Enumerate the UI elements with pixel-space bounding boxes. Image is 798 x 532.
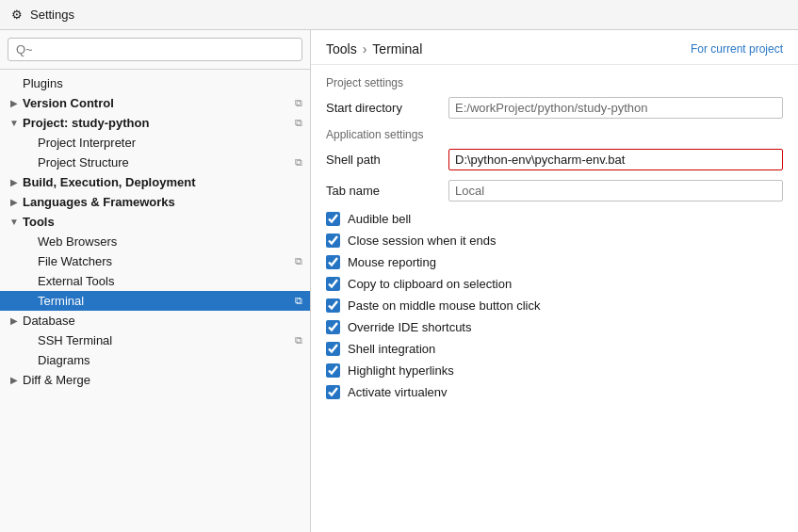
project-section: Project settings Start directory: [326, 76, 783, 119]
copy-icon: ⧉: [295, 117, 302, 129]
tree-arrow-icon: ▶: [8, 196, 21, 209]
checkbox-activate-virtualenv[interactable]: [326, 385, 340, 399]
checkbox-highlight-hyperlinks[interactable]: [326, 363, 340, 378]
for-current-project-link[interactable]: For current project: [691, 42, 783, 56]
sidebar-item-label-version-control: Version Control: [23, 96, 291, 110]
tree-arrow-icon: ▶: [8, 176, 21, 189]
breadcrumb-parent: Tools: [326, 41, 357, 56]
tree-arrow-spacer: [23, 295, 36, 308]
start-directory-row: Start directory: [326, 97, 783, 119]
title-bar: ⚙ Settings: [0, 0, 798, 30]
checkbox-shell-integration[interactable]: [326, 342, 340, 356]
sidebar-item-label-external-tools: External Tools: [38, 274, 302, 288]
sidebar-item-label-build-exec-deploy: Build, Execution, Deployment: [23, 175, 302, 189]
tree-arrow-icon: ▶: [8, 374, 21, 387]
tree-arrow-icon: ▼: [8, 117, 21, 130]
sidebar-tree: Plugins▶Version Control⧉▼Project: study-…: [0, 70, 310, 532]
sidebar-item-build-exec-deploy[interactable]: ▶Build, Execution, Deployment: [0, 172, 310, 192]
checkbox-close-session[interactable]: [326, 234, 340, 248]
shell-path-label: Shell path: [326, 153, 448, 167]
tree-arrow-spacer: [23, 354, 36, 367]
sidebar-item-label-plugins: Plugins: [23, 76, 302, 90]
sidebar-item-label-diagrams: Diagrams: [38, 353, 302, 367]
checkbox-mouse-reporting[interactable]: [326, 255, 340, 269]
sidebar-item-database[interactable]: ▶Database: [0, 311, 310, 330]
search-input[interactable]: [8, 38, 302, 61]
copy-icon: ⧉: [295, 295, 302, 307]
content-panel: Tools › Terminal For current project Pro…: [311, 30, 798, 532]
checkbox-paste-middle[interactable]: [326, 298, 340, 313]
content-header: Tools › Terminal For current project: [311, 30, 798, 65]
window-title: Settings: [30, 8, 74, 22]
checkbox-copy-clipboard[interactable]: [326, 277, 340, 291]
checkbox-label-close-session: Close session when it ends: [348, 234, 497, 248]
sidebar-item-diagrams[interactable]: Diagrams: [0, 350, 310, 370]
sidebar-item-label-project-structure: Project Structure: [38, 155, 291, 169]
checkbox-audible-bell[interactable]: [326, 212, 340, 226]
sidebar-item-version-control[interactable]: ▶Version Control⧉: [0, 93, 310, 113]
checkbox-row-copy-clipboard: Copy to clipboard on selection: [326, 276, 783, 292]
sidebar-item-ssh-terminal[interactable]: SSH Terminal⧉: [0, 330, 310, 350]
checkbox-label-override-ide: Override IDE shortcuts: [348, 320, 472, 334]
copy-icon: ⧉: [295, 156, 302, 169]
sidebar-item-project-study-python[interactable]: ▼Project: study-python⧉: [0, 113, 310, 133]
sidebar-item-label-file-watchers: File Watchers: [38, 254, 291, 268]
breadcrumb-separator: ›: [363, 41, 367, 56]
sidebar-item-tools[interactable]: ▼Tools: [0, 212, 310, 232]
main-layout: Plugins▶Version Control⧉▼Project: study-…: [0, 30, 798, 532]
tree-arrow-spacer: [23, 137, 36, 150]
tree-arrow-spacer: [23, 334, 36, 347]
sidebar-item-label-languages-frameworks: Languages & Frameworks: [23, 195, 302, 209]
tree-arrow-spacer: [8, 77, 21, 90]
sidebar-item-label-project-study-python: Project: study-python: [23, 116, 291, 130]
sidebar-item-label-ssh-terminal: SSH Terminal: [38, 333, 291, 347]
sidebar-item-diff-merge[interactable]: ▶Diff & Merge: [0, 370, 310, 390]
checkboxes-container: Audible bellClose session when it endsMo…: [326, 211, 783, 400]
sidebar-item-languages-frameworks[interactable]: ▶Languages & Frameworks: [0, 192, 310, 212]
breadcrumb: Tools › Terminal: [326, 41, 422, 56]
start-directory-input[interactable]: [448, 97, 783, 119]
sidebar-item-project-interpreter[interactable]: Project Interpreter: [0, 133, 310, 153]
copy-icon: ⧉: [295, 334, 302, 347]
checkbox-row-mouse-reporting: Mouse reporting: [326, 254, 783, 270]
tree-arrow-icon: ▶: [8, 97, 21, 110]
checkbox-row-activate-virtualenv: Activate virtualenv: [326, 384, 783, 400]
checkbox-row-paste-middle: Paste on middle mouse button click: [326, 298, 783, 314]
checkbox-row-audible-bell: Audible bell: [326, 211, 783, 227]
sidebar-item-label-web-browsers: Web Browsers: [38, 234, 302, 249]
tree-arrow-icon: ▶: [8, 314, 21, 328]
checkbox-label-mouse-reporting: Mouse reporting: [348, 255, 436, 269]
sidebar-item-web-browsers[interactable]: Web Browsers: [0, 232, 310, 251]
app-section: Application settings Shell path Tab name…: [326, 128, 783, 400]
tree-arrow-spacer: [23, 235, 36, 249]
checkbox-label-audible-bell: Audible bell: [348, 212, 411, 226]
checkbox-row-shell-integration: Shell integration: [326, 341, 783, 357]
checkbox-override-ide[interactable]: [326, 320, 340, 334]
tree-arrow-icon: ▼: [8, 216, 21, 229]
sidebar-item-terminal[interactable]: Terminal⧉: [0, 291, 310, 311]
app-section-label: Application settings: [326, 128, 783, 141]
checkbox-label-paste-middle: Paste on middle mouse button click: [348, 298, 541, 313]
sidebar-item-file-watchers[interactable]: File Watchers⧉: [0, 251, 310, 271]
copy-icon: ⧉: [295, 97, 302, 109]
sidebar-item-plugins[interactable]: Plugins: [0, 73, 310, 93]
sidebar-item-label-terminal: Terminal: [38, 294, 291, 308]
checkbox-label-activate-virtualenv: Activate virtualenv: [348, 385, 448, 399]
sidebar: Plugins▶Version Control⧉▼Project: study-…: [0, 30, 311, 532]
sidebar-item-project-structure[interactable]: Project Structure⧉: [0, 153, 310, 172]
start-directory-label: Start directory: [326, 101, 448, 115]
tree-arrow-spacer: [23, 255, 36, 268]
content-body: Project settings Start directory Applica…: [311, 65, 798, 532]
checkbox-label-shell-integration: Shell integration: [348, 342, 435, 356]
checkbox-row-override-ide: Override IDE shortcuts: [326, 319, 783, 335]
tree-arrow-spacer: [23, 275, 36, 288]
sidebar-item-label-project-interpreter: Project Interpreter: [38, 136, 302, 150]
search-box: [0, 30, 310, 70]
shell-path-input[interactable]: [448, 149, 783, 170]
sidebar-item-label-diff-merge: Diff & Merge: [23, 373, 302, 387]
checkbox-label-highlight-hyperlinks: Highlight hyperlinks: [348, 363, 454, 378]
tree-arrow-spacer: [23, 156, 36, 169]
tab-name-row: Tab name: [326, 180, 783, 202]
tab-name-input[interactable]: [448, 180, 783, 202]
sidebar-item-external-tools[interactable]: External Tools: [0, 271, 310, 291]
